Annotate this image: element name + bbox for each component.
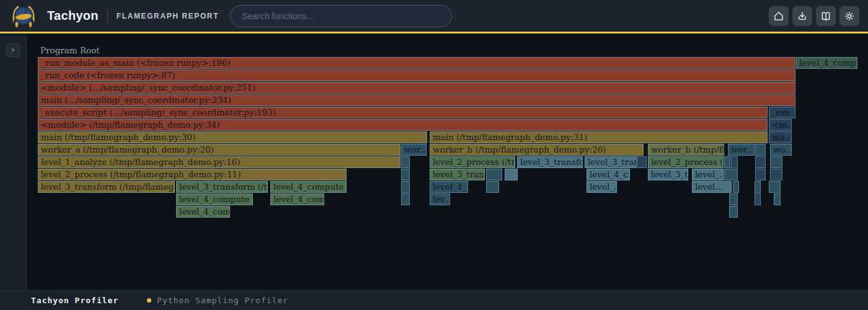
- home-icon: [773, 11, 784, 22]
- sidebar: ›: [0, 35, 27, 290]
- flamegraph-root-label: Program Root: [40, 45, 100, 55]
- status-dot-icon: [147, 298, 151, 303]
- flame-frame[interactable]: level_3_trans…: [585, 156, 637, 168]
- home-button[interactable]: [769, 6, 789, 26]
- flame-frame[interactable]: level_3_transform (/tmp/flamegraph_dem…: [38, 181, 175, 193]
- flame-frame[interactable]: wor…: [728, 144, 755, 156]
- flame-frame[interactable]: main (.../sampling/_sync_coordinator.py:…: [38, 94, 795, 106]
- flamegraph: Program Root _run_module_as_main (<froze…: [0, 35, 868, 290]
- flame-frame-small[interactable]: [724, 169, 738, 180]
- flame-frame-small[interactable]: [755, 156, 766, 168]
- header: Tachyon FLAMEGRAPH REPORT: [0, 0, 868, 33]
- flame-frame[interactable]: level_2_process (/tm…: [648, 156, 724, 168]
- flame-frame-small[interactable]: [401, 156, 410, 168]
- status-profiler-type: Python Sampling Profiler: [157, 296, 288, 305]
- flame-frame[interactable]: level_4_compute (/t…: [270, 181, 347, 193]
- flame-frame-small[interactable]: [637, 156, 647, 168]
- flame-frame-small[interactable]: [401, 181, 410, 193]
- docs-button[interactable]: [816, 6, 836, 26]
- flame-frame-small[interactable]: [770, 156, 782, 168]
- flame-frame-small[interactable]: [733, 181, 739, 193]
- flame-frame[interactable]: main (/tmp/flamegraph_demo.py:31): [430, 131, 768, 143]
- flame-frame[interactable]: level_4_com…: [176, 206, 230, 218]
- download-icon: [797, 11, 808, 22]
- status-bar: Tachyon Profiler Python Sampling Profile…: [0, 290, 868, 310]
- flame-frame[interactable]: <module> (.../sampling/_sync_coordinator…: [38, 82, 795, 94]
- flame-frame-small[interactable]: [755, 144, 766, 156]
- flame-frame-small[interactable]: [401, 169, 410, 180]
- flame-frame-small[interactable]: [755, 169, 766, 180]
- flame-frame[interactable]: level_4_compute (/t…: [176, 193, 253, 205]
- search-wrap: [230, 5, 452, 27]
- flame-frame[interactable]: _run_module_as_main (<frozen runpy>:196): [38, 57, 795, 69]
- flame-frame-small[interactable]: [729, 206, 738, 218]
- flame-frame[interactable]: ma…: [769, 131, 792, 143]
- book-icon: [820, 11, 831, 22]
- flame-frame[interactable]: level_4_comput…: [796, 57, 857, 69]
- flame-frame[interactable]: level_2_process (/tmp/flamegraph_demo.py…: [38, 169, 347, 180]
- sidebar-toggle-button[interactable]: ›: [6, 43, 20, 57]
- flame-frame-small[interactable]: [729, 193, 738, 205]
- flame-frame-small[interactable]: [486, 169, 502, 180]
- flame-frame[interactable]: level_4_c…: [587, 169, 630, 180]
- status-app-name: Tachyon Profiler: [31, 296, 118, 305]
- download-button[interactable]: [792, 6, 812, 26]
- flame-frame[interactable]: wo…: [770, 144, 792, 156]
- flame-frame[interactable]: level_…: [692, 169, 724, 180]
- flame-frame[interactable]: _run_code (<frozen runpy>:87): [38, 69, 795, 81]
- flame-frame-small[interactable]: [755, 181, 761, 193]
- flame-frame[interactable]: <module> (/tmp/flamegraph_demo.py:34): [38, 119, 768, 131]
- flame-frame[interactable]: main (/tmp/flamegraph_demo.py:30): [38, 131, 427, 143]
- flame-frame[interactable]: level_4_…: [430, 181, 468, 193]
- search-input[interactable]: [230, 5, 452, 27]
- flame-frame-small[interactable]: [401, 193, 410, 205]
- flame-frame[interactable]: _execute_script (.../sampling/_sync_coor…: [38, 107, 768, 118]
- flame-frame-small[interactable]: [755, 193, 761, 205]
- flame-frame[interactable]: level_4_com…: [270, 193, 324, 205]
- flame-frame[interactable]: _exe…: [769, 107, 795, 118]
- flame-frame[interactable]: level_3_transform…: [517, 156, 583, 168]
- header-divider: [107, 9, 108, 23]
- flame-frame-small[interactable]: [731, 156, 738, 168]
- flame-frame[interactable]: worker_a (/tmp/flamegraph_demo.py:20): [38, 144, 401, 156]
- app-title: Tachyon: [47, 9, 99, 23]
- flame-frame[interactable]: worker_b (/tmp/flame…: [648, 144, 724, 156]
- flame-frame[interactable]: level_2_process (/tmp/fla…: [430, 156, 515, 168]
- flame-frame-small[interactable]: [505, 169, 518, 180]
- chevron-right-icon: ›: [11, 45, 15, 55]
- flame-frame[interactable]: wor…: [401, 144, 427, 156]
- flame-frame-small[interactable]: [724, 156, 730, 168]
- flame-frame[interactable]: level…: [692, 181, 732, 193]
- flame-frame[interactable]: level_…: [587, 181, 617, 193]
- flame-frame-small[interactable]: [769, 181, 781, 193]
- tachyon-eagle-logo: [10, 2, 37, 30]
- header-actions: [769, 6, 859, 26]
- flame-frame[interactable]: worker_b (/tmp/flamegraph_demo.py:26): [430, 144, 644, 156]
- flame-frame[interactable]: level_3_transf…: [430, 169, 485, 180]
- report-kind-label: FLAMEGRAPH REPORT: [117, 12, 219, 20]
- flame-frame[interactable]: level_3_transform (/tmp/fl…: [176, 181, 268, 193]
- flame-frame-small[interactable]: [774, 193, 781, 205]
- flame-frame-small[interactable]: [770, 169, 782, 180]
- flame-frame[interactable]: <m…: [769, 119, 792, 131]
- flame-frame[interactable]: lev…: [430, 193, 450, 205]
- sun-icon: [844, 11, 855, 22]
- flame-frame[interactable]: level_1_analyze (/tmp/flamegraph_demo.py…: [38, 156, 401, 168]
- theme-button[interactable]: [839, 6, 859, 26]
- flame-frame-small[interactable]: [486, 181, 499, 193]
- flame-frame[interactable]: level_3_tr…: [648, 169, 688, 180]
